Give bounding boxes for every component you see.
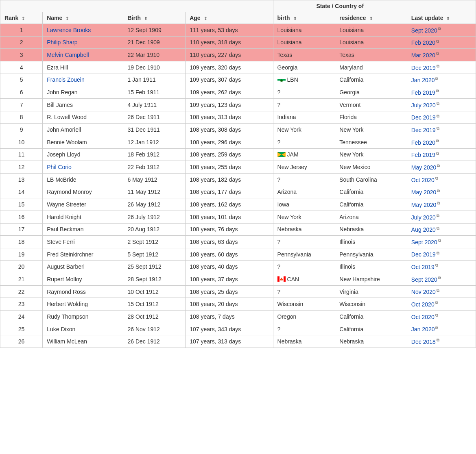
sort-arrow-rank: ⇕ bbox=[22, 16, 25, 21]
cell-rank: 14 bbox=[0, 186, 43, 198]
last-update-link[interactable]: Sept 2020⧉ bbox=[411, 27, 441, 34]
last-update-link[interactable]: Sept 2020⧉ bbox=[411, 276, 441, 283]
last-update-link[interactable]: Oct 2020⧉ bbox=[411, 314, 438, 320]
cell-last-update[interactable]: May 2020⧉ bbox=[407, 161, 476, 174]
cell-birth-state: Texas bbox=[273, 49, 335, 61]
cell-last-update[interactable]: Feb 2020⧉ bbox=[407, 36, 476, 49]
cell-last-update[interactable]: Mar 2020⧉ bbox=[407, 49, 476, 61]
cell-last-update[interactable]: Feb 2020⧉ bbox=[407, 136, 476, 148]
cell-birth: 22 Mar 1910 bbox=[123, 49, 186, 61]
last-update-link[interactable]: Feb 2020⧉ bbox=[411, 139, 439, 146]
cell-rank: 6 bbox=[0, 86, 43, 99]
last-update-link[interactable]: Nov 2020⧉ bbox=[411, 289, 439, 295]
cell-last-update[interactable]: Jan 2020⧉ bbox=[407, 323, 476, 335]
empty-header bbox=[0, 0, 273, 12]
cell-residence: California bbox=[335, 186, 407, 198]
cell-last-update[interactable]: Oct 2020⧉ bbox=[407, 311, 476, 323]
cell-age: 108 years, 296 days bbox=[186, 136, 273, 148]
cell-residence: Pennsylvania bbox=[335, 248, 407, 261]
last-update-link[interactable]: Aug 2020⧉ bbox=[411, 226, 439, 233]
external-link-icon: ⧉ bbox=[436, 89, 439, 93]
last-update-link[interactable]: Dec 2018⧉ bbox=[411, 339, 439, 345]
table-row: 26William McLean26 Dec 1912107 years, 31… bbox=[0, 335, 476, 348]
cell-birth-state: Iowa bbox=[273, 198, 335, 211]
last-update-link[interactable]: May 2020⧉ bbox=[411, 202, 440, 208]
last-update-link[interactable]: Oct 2020⧉ bbox=[411, 177, 438, 183]
col-rank[interactable]: Rank ⇕ bbox=[0, 12, 43, 24]
sort-arrow-last-update: ⇕ bbox=[446, 16, 450, 21]
last-update-link[interactable]: May 2020⧉ bbox=[411, 164, 440, 171]
last-update-link[interactable]: Feb 2019⧉ bbox=[411, 152, 439, 158]
cell-residence: Texas bbox=[335, 49, 407, 61]
cell-last-update[interactable]: May 2020⧉ bbox=[407, 198, 476, 211]
col-last-update[interactable]: Last update ⇕ bbox=[407, 12, 476, 24]
last-update-link[interactable]: Oct 2019⧉ bbox=[411, 264, 438, 270]
last-update-link[interactable]: Feb 2019⧉ bbox=[411, 89, 439, 96]
cell-last-update[interactable]: Dec 2019⧉ bbox=[407, 248, 476, 261]
cell-name[interactable]: Lawrence Brooks bbox=[43, 24, 123, 37]
cell-birth-state: ? bbox=[273, 98, 335, 111]
cell-last-update[interactable]: Oct 2020⧉ bbox=[407, 173, 476, 186]
cell-age: 108 years, 308 days bbox=[186, 124, 273, 136]
cell-last-update[interactable]: Sept 2020⧉ bbox=[407, 236, 476, 248]
cell-last-update[interactable]: May 2020⧉ bbox=[407, 186, 476, 198]
cell-name: Raymond Monroy bbox=[43, 186, 123, 198]
birth-country-label: JAM bbox=[287, 151, 299, 158]
cell-last-update[interactable]: Oct 2020⧉ bbox=[407, 298, 476, 311]
col-residence[interactable]: residence ⇕ bbox=[335, 12, 407, 24]
cell-last-update[interactable]: Nov 2020⧉ bbox=[407, 285, 476, 298]
cell-rank: 12 bbox=[0, 161, 43, 174]
cell-last-update[interactable]: Dec 2019⧉ bbox=[407, 111, 476, 124]
cell-last-update[interactable]: Jan 2020⧉ bbox=[407, 74, 476, 86]
cell-birth: 18 Feb 1912 bbox=[123, 148, 186, 161]
cell-residence: Tennessee bbox=[335, 136, 407, 148]
cell-last-update[interactable]: Feb 2019⧉ bbox=[407, 148, 476, 161]
cell-rank: 17 bbox=[0, 223, 43, 236]
external-link-icon: ⧉ bbox=[436, 51, 439, 56]
col-age[interactable]: Age ⇕ bbox=[186, 12, 273, 24]
col-birth[interactable]: Birth ⇕ bbox=[123, 12, 186, 24]
last-update-link[interactable]: Dec 2019⧉ bbox=[411, 251, 439, 258]
table-row: 17Paul Beckman20 Aug 1912108 years, 76 d… bbox=[0, 223, 476, 236]
last-update-link[interactable]: Feb 2020⧉ bbox=[411, 39, 439, 46]
cell-name[interactable]: Philip Sharp bbox=[43, 36, 123, 49]
cell-last-update[interactable]: Sept 2020⧉ bbox=[407, 24, 476, 37]
cell-last-update[interactable]: Dec 2019⧉ bbox=[407, 124, 476, 136]
last-update-link[interactable]: Dec 2019⧉ bbox=[411, 127, 439, 133]
cell-last-update[interactable]: July 2020⧉ bbox=[407, 211, 476, 223]
last-update-link[interactable]: Mar 2020⧉ bbox=[411, 52, 439, 59]
cell-last-update[interactable]: Aug 2020⧉ bbox=[407, 223, 476, 236]
cell-age: 107 years, 343 days bbox=[186, 323, 273, 335]
last-update-link[interactable]: July 2020⧉ bbox=[411, 214, 439, 221]
cell-rank: 13 bbox=[0, 173, 43, 186]
col-birth-state[interactable]: birth ⇕ bbox=[273, 12, 335, 24]
cell-birth: 26 May 1912 bbox=[123, 198, 186, 211]
last-update-link[interactable]: Dec 2019⧉ bbox=[411, 114, 439, 121]
cell-last-update[interactable]: Dec 2018⧉ bbox=[407, 335, 476, 348]
last-update-link[interactable]: July 2020⧉ bbox=[411, 102, 439, 109]
cell-last-update[interactable]: Oct 2019⧉ bbox=[407, 261, 476, 273]
header-main-row: Rank ⇕ Name ⇕ Birth ⇕ Age ⇕ birth ⇕ resi… bbox=[0, 12, 476, 24]
cell-name: R. Lowell Wood bbox=[43, 111, 123, 124]
cell-residence: California bbox=[335, 198, 407, 211]
svg-text:🍁: 🍁 bbox=[279, 277, 284, 281]
cell-birth: 4 July 1911 bbox=[123, 98, 186, 111]
cell-name[interactable]: Phil Corio bbox=[43, 161, 123, 174]
svg-rect-11 bbox=[284, 276, 286, 282]
last-update-link[interactable]: Jan 2020⧉ bbox=[411, 77, 439, 83]
cell-residence: New Mexico bbox=[335, 161, 407, 174]
last-update-link[interactable]: Jan 2020⧉ bbox=[411, 326, 439, 332]
cell-last-update[interactable]: Sept 2020⧉ bbox=[407, 273, 476, 286]
cell-last-update[interactable]: Dec 2019⧉ bbox=[407, 61, 476, 74]
col-name[interactable]: Name ⇕ bbox=[43, 12, 123, 24]
cell-birth: 10 Oct 1912 bbox=[123, 285, 186, 298]
last-update-link[interactable]: Sept 2020⧉ bbox=[411, 239, 441, 245]
cell-birth-state: New Jersey bbox=[273, 161, 335, 174]
cell-last-update[interactable]: Feb 2019⧉ bbox=[407, 86, 476, 99]
cell-name[interactable]: Melvin Campbell bbox=[43, 49, 123, 61]
cell-name[interactable]: Francis Zouein bbox=[43, 74, 123, 86]
last-update-link[interactable]: Oct 2020⧉ bbox=[411, 301, 438, 308]
cell-last-update[interactable]: July 2020⧉ bbox=[407, 98, 476, 111]
last-update-link[interactable]: Dec 2019⧉ bbox=[411, 65, 439, 71]
last-update-link[interactable]: May 2020⧉ bbox=[411, 189, 440, 196]
